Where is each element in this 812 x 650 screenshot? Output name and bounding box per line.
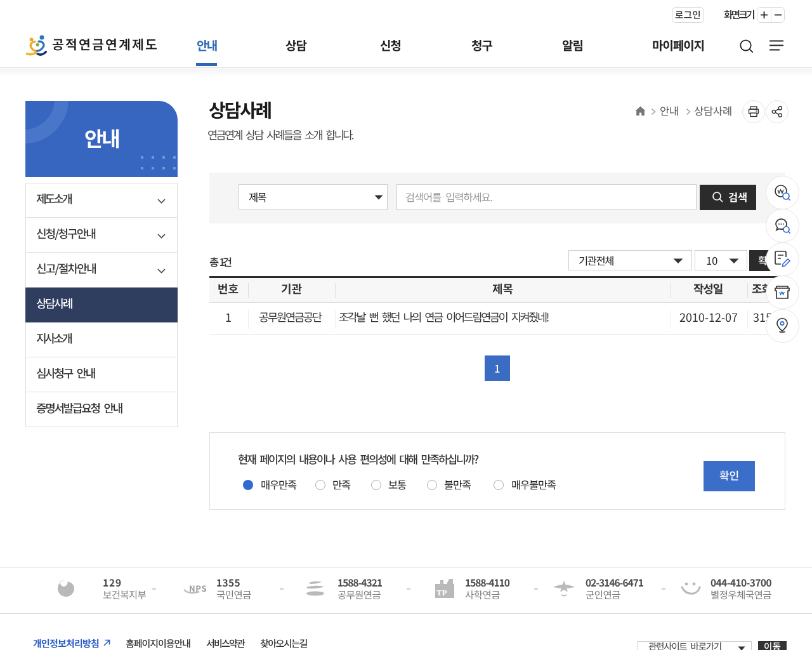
svg-text:TP: TP bbox=[436, 588, 447, 597]
